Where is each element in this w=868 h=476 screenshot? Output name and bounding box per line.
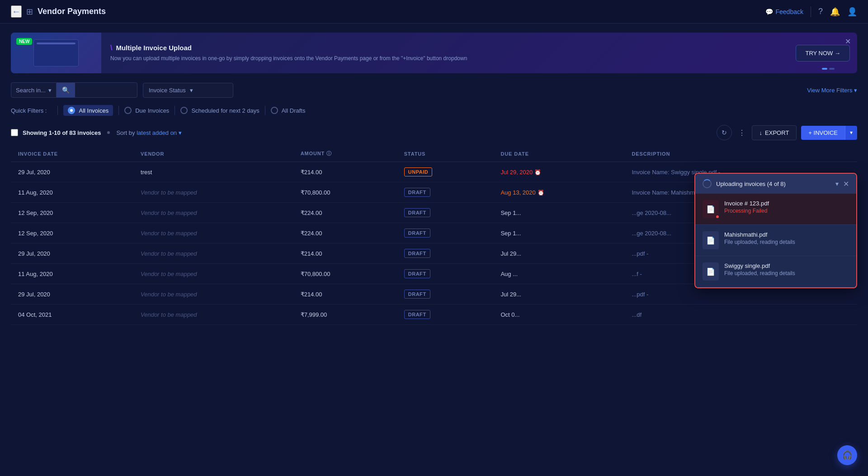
vendor-placeholder: Vendor to be mapped — [141, 271, 197, 277]
filter-scheduled[interactable]: Scheduled for next 2 days — [180, 107, 259, 114]
cell-amount: ₹214.00 — [293, 162, 397, 182]
upload-item-2: 📄 Mahishmathi.pdf File uploaded, reading… — [695, 225, 856, 256]
table-row[interactable]: 04 Oct, 2021 Vendor to be mapped ₹7,999.… — [11, 305, 857, 325]
due-date-value: Sep 1... — [500, 209, 521, 216]
filter-due-invoices-label: Due Invoices — [135, 107, 169, 114]
more-options-button[interactable]: ⋮ — [736, 127, 747, 139]
upload-file-icon-2: 📄 — [703, 231, 719, 249]
banner-dots — [822, 68, 835, 70]
banner-dot-2[interactable] — [829, 68, 835, 70]
export-button[interactable]: ↓ EXPORT — [752, 125, 797, 140]
cell-status: DRAFT — [397, 305, 494, 325]
table-actions: ↻ ⋮ ↓ EXPORT + INVOICE ▾ — [717, 125, 857, 140]
cell-due-date: Aug 13, 2020⏰ — [493, 182, 624, 203]
col-vendor: VENDOR — [133, 146, 293, 162]
search-dropdown-label: Search in... — [16, 87, 46, 94]
user-button[interactable]: 👤 — [847, 7, 857, 17]
upload-item-content-1: Invoice # 123.pdf Processing Failed — [724, 200, 849, 214]
upload-item-content-2: Mahishmathi.pdf File uploaded, reading d… — [724, 231, 849, 245]
status-badge: DRAFT — [404, 188, 430, 197]
upload-item-name-3: Swiggy single.pdf — [724, 262, 849, 269]
invoice-dropdown-button[interactable]: ▾ — [845, 126, 857, 140]
upload-item-status-2: File uploaded, reading details — [724, 239, 849, 245]
upload-file-icon-3: 📄 — [703, 262, 719, 281]
export-icon: ↓ — [760, 129, 763, 136]
search-dropdown-trigger[interactable]: Search in... ▾ — [11, 83, 57, 97]
upload-file-icon-1: 📄 — [703, 200, 719, 218]
table-header-row: INVOICE DATE VENDOR AMOUNT ⓘ STATUS DUE … — [11, 146, 857, 162]
cell-vendor: Vendor to be mapped — [133, 203, 293, 223]
status-badge: DRAFT — [404, 269, 430, 278]
upload-panel-title: Uploading invoices (4 of 8) — [716, 181, 831, 187]
cell-date: 12 Sep, 2020 — [11, 223, 133, 243]
banner-title: \ Multiple Invoice Upload — [110, 44, 787, 52]
cell-status: DRAFT — [397, 182, 494, 203]
notifications-button[interactable]: 🔔 — [830, 7, 840, 17]
cell-vendor: Vendor to be mapped — [133, 284, 293, 305]
upload-item-status-3: File uploaded, reading details — [724, 270, 849, 276]
cell-vendor: trest — [133, 162, 293, 182]
support-bubble[interactable]: 🎧 — [837, 445, 857, 465]
cell-due-date: Jul 29... — [493, 243, 624, 264]
cell-amount: ₹224.00 — [293, 223, 397, 243]
upload-panel-close[interactable]: ✕ — [843, 180, 849, 188]
cell-status: DRAFT — [397, 284, 494, 305]
due-warning-icon: ⏰ — [538, 190, 544, 196]
cell-due-date: Jul 29, 2020⏰ — [493, 162, 624, 182]
filter-all-drafts-label: All Drafts — [282, 107, 306, 114]
filter-scheduled-label: Scheduled for next 2 days — [191, 107, 259, 114]
cell-due-date: Sep 1... — [493, 203, 624, 223]
banner-title-icon: \ — [110, 44, 112, 52]
vendor-placeholder: Vendor to be mapped — [141, 209, 197, 216]
table-container: INVOICE DATE VENDOR AMOUNT ⓘ STATUS DUE … — [11, 146, 857, 325]
status-filter[interactable]: Invoice Status ▾ — [143, 83, 233, 98]
upload-panel: Uploading invoices (4 of 8) ▾ ✕ 📄 Invoic… — [694, 173, 857, 288]
quick-filters-label: Quick Filters : — [11, 107, 47, 114]
description-text: ...df — [632, 311, 642, 318]
upload-item-3: 📄 Swiggy single.pdf File uploaded, readi… — [695, 256, 856, 287]
help-button[interactable]: ? — [818, 7, 823, 16]
banner: NEW \ Multiple Invoice Upload Now you ca… — [11, 33, 857, 73]
upload-panel-chevron[interactable]: ▾ — [835, 180, 839, 187]
view-more-filters-button[interactable]: View More Filters ▾ — [807, 87, 857, 94]
banner-content: \ Multiple Invoice Upload Now you can up… — [101, 37, 796, 70]
add-invoice-button[interactable]: + INVOICE — [801, 126, 845, 140]
radio-due-invoices — [124, 107, 132, 114]
filter-all-invoices[interactable]: All Invoices — [63, 105, 113, 116]
back-button[interactable]: ← — [11, 5, 22, 18]
showing-text: Showing 1-10 of 83 invoices — [23, 129, 101, 136]
banner-try-button[interactable]: TRY NOW → — [796, 45, 850, 62]
description-text: ...f - — [632, 271, 642, 277]
banner-dot-1[interactable] — [822, 68, 827, 70]
cell-status: DRAFT — [397, 243, 494, 264]
search-button[interactable]: 🔍 — [57, 83, 75, 97]
cell-date: 11 Aug, 2020 — [11, 264, 133, 284]
feedback-button[interactable]: 💬 Feedback — [765, 8, 803, 15]
cell-amount: ₹214.00 — [293, 284, 397, 305]
banner-new-badge: NEW — [16, 38, 32, 45]
filter-all-drafts[interactable]: All Drafts — [271, 107, 306, 114]
cell-due-date: Aug ... — [493, 264, 624, 284]
cell-date: 04 Oct, 2021 — [11, 305, 133, 325]
banner-description: Now you can upload multiple invoices in … — [110, 55, 787, 62]
banner-close-button[interactable]: ✕ — [845, 37, 851, 46]
cell-date: 29 Jul, 2020 — [11, 162, 133, 182]
upload-spinner — [703, 179, 712, 188]
cell-amount: ₹70,800.00 — [293, 182, 397, 203]
status-filter-chevron: ▾ — [190, 87, 227, 94]
cell-date: 29 Jul, 2020 — [11, 284, 133, 305]
select-all-checkbox[interactable] — [11, 129, 18, 136]
sort-link[interactable]: latest added on ▾ — [137, 129, 182, 136]
search-dropdown-chevron: ▾ — [48, 87, 52, 94]
header-divider — [811, 6, 811, 17]
upload-item-name-1: Invoice # 123.pdf — [724, 200, 849, 207]
header-actions: 💬 Feedback ? 🔔 👤 — [765, 6, 858, 17]
radio-scheduled — [180, 107, 188, 114]
filter-due-invoices[interactable]: Due Invoices — [124, 107, 169, 114]
refresh-button[interactable]: ↻ — [717, 125, 732, 140]
due-date-value: Jul 29... — [500, 250, 521, 257]
due-date-value: Jul 29... — [500, 291, 521, 298]
upload-item-name-2: Mahishmathi.pdf — [724, 231, 849, 238]
dot-separator — [107, 131, 110, 134]
cell-date: 12 Sep, 2020 — [11, 203, 133, 223]
